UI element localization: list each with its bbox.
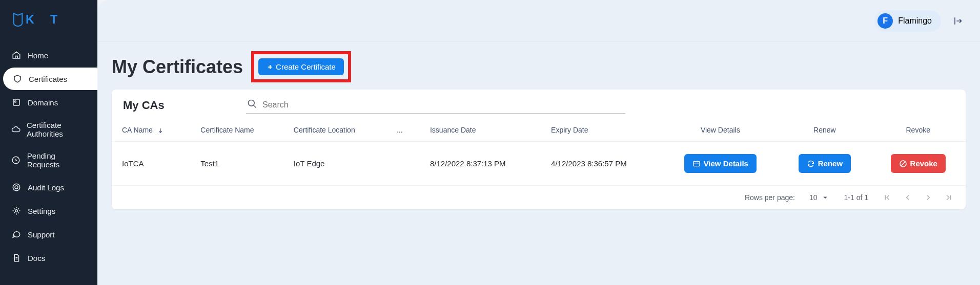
create-certificate-button[interactable]: Create Certificate: [258, 58, 344, 75]
chat-icon: [11, 229, 22, 239]
home-icon: [11, 50, 22, 60]
chevron-left-icon: [903, 193, 912, 202]
brand-logo: KEYTOS: [0, 10, 97, 29]
svg-point-5: [15, 186, 18, 189]
cell-cert-location: IoT Edge: [283, 142, 386, 186]
sidebar-item-label: Domains: [28, 98, 58, 107]
search-icon: [247, 99, 262, 111]
sidebar-item-docs[interactable]: Docs: [2, 247, 95, 269]
certificates-card: My CAs CA Name Certificate Name Certific: [112, 90, 966, 209]
sidebar-item-label: Certificate Authorities: [27, 121, 86, 138]
svg-rect-8: [693, 161, 700, 166]
table-row: IoTCA Test1 IoT Edge 8/12/2022 8:37:13 P…: [112, 142, 966, 186]
column-certificate-name[interactable]: Certificate Name: [190, 119, 283, 142]
ban-icon: [899, 160, 907, 168]
svg-point-7: [249, 100, 255, 106]
column-ca-name[interactable]: CA Name: [112, 119, 190, 142]
user-menu[interactable]: F Flamingo: [874, 10, 941, 32]
cell-issuance-date: 8/12/2022 8:37:13 PM: [420, 142, 541, 186]
prev-page-button[interactable]: [903, 193, 912, 202]
sidebar-item-label: Settings: [28, 207, 55, 215]
clock-icon: [11, 155, 21, 165]
sidebar-item-audit-logs[interactable]: Audit Logs: [2, 176, 95, 199]
sidebar-item-home[interactable]: Home: [2, 44, 95, 67]
sidebar-item-label: Docs: [28, 254, 45, 262]
svg-rect-1: [13, 99, 19, 105]
create-button-label: Create Certificate: [276, 62, 336, 71]
topbar: F Flamingo: [97, 0, 980, 42]
column-revoke: Revoke: [870, 119, 966, 142]
revoke-button[interactable]: Revoke: [891, 154, 946, 173]
sidebar-item-label: Support: [28, 230, 55, 239]
sidebar: KEYTOS Home Certificates Domains Certifi…: [0, 0, 97, 285]
chevron-right-icon: [924, 193, 933, 202]
sidebar-item-label: Certificates: [29, 75, 67, 83]
column-renew: Renew: [779, 119, 870, 142]
gear-icon: [11, 206, 22, 216]
view-details-button[interactable]: View Details: [684, 154, 757, 173]
cell-cert-name: Test1: [190, 142, 283, 186]
card-icon: [692, 160, 701, 168]
target-icon: [11, 182, 22, 192]
sidebar-item-certificate-authorities[interactable]: Certificate Authorities: [2, 115, 95, 144]
sidebar-item-pending-requests[interactable]: Pending Requests: [2, 145, 95, 175]
page-title: My Certificates: [112, 56, 243, 78]
sidebar-item-domains[interactable]: Domains: [2, 91, 95, 114]
svg-text:KEYTOS: KEYTOS: [26, 13, 75, 26]
card-title: My CAs: [123, 99, 246, 112]
search-field[interactable]: [246, 97, 625, 114]
avatar: F: [877, 13, 893, 29]
logout-button[interactable]: [949, 13, 966, 29]
sort-arrow-down-icon: [157, 127, 164, 134]
domain-icon: [11, 97, 22, 107]
plus-icon: [267, 63, 274, 71]
rows-per-page-select[interactable]: 10: [809, 193, 830, 202]
sidebar-item-label: Pending Requests: [27, 151, 86, 169]
logout-icon: [952, 16, 963, 26]
document-icon: [11, 253, 22, 263]
chevron-first-icon: [883, 193, 892, 202]
column-expiry-date[interactable]: Expiry Date: [541, 119, 662, 142]
column-issuance-date[interactable]: Issuance Date: [420, 119, 541, 142]
main-content: F Flamingo My Certificates Create Certif…: [97, 0, 980, 285]
chevron-last-icon: [944, 193, 953, 202]
cell-expiry-date: 4/12/2023 8:36:57 PM: [541, 142, 662, 186]
cell-ca-name: IoTCA: [112, 142, 190, 186]
sidebar-item-label: Home: [28, 51, 48, 60]
first-page-button[interactable]: [883, 193, 892, 202]
refresh-icon: [807, 160, 815, 168]
dropdown-arrow-icon: [821, 193, 830, 202]
sidebar-item-certificates[interactable]: Certificates: [3, 68, 97, 90]
last-page-button[interactable]: [944, 193, 953, 202]
shield-icon: [12, 74, 23, 84]
search-input[interactable]: [262, 100, 624, 109]
svg-point-2: [14, 101, 16, 102]
svg-point-4: [13, 184, 20, 191]
column-more[interactable]: ...: [386, 119, 420, 142]
cell-more: [386, 142, 420, 186]
sidebar-item-settings[interactable]: Settings: [2, 200, 95, 222]
page-header: My Certificates Create Certificate: [112, 51, 966, 82]
cloud-icon: [11, 124, 21, 135]
pagination-range: 1-1 of 1: [844, 193, 868, 202]
rows-per-page-label: Rows per page:: [745, 193, 795, 202]
column-certificate-location[interactable]: Certificate Location: [283, 119, 386, 142]
column-view-details: View Details: [662, 119, 779, 142]
user-name: Flamingo: [898, 16, 932, 26]
sidebar-item-label: Audit Logs: [28, 183, 64, 192]
certificates-table: CA Name Certificate Name Certificate Loc…: [112, 119, 966, 186]
card-header: My CAs: [112, 90, 966, 119]
sidebar-item-support[interactable]: Support: [2, 223, 95, 246]
pagination: Rows per page: 10 1-1 of 1: [112, 186, 966, 209]
highlight-box: Create Certificate: [251, 51, 351, 82]
renew-button[interactable]: Renew: [799, 154, 851, 173]
next-page-button[interactable]: [924, 193, 933, 202]
svg-point-6: [15, 210, 18, 212]
